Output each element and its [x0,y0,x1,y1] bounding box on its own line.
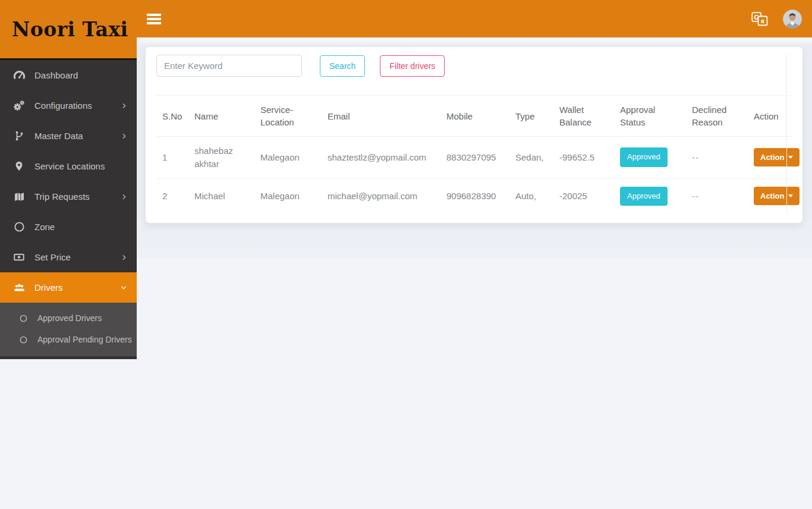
search-input[interactable] [156,55,302,77]
header-approval-status: Approval Status [614,96,686,137]
sidebar-item-drivers[interactable]: Drivers [0,272,137,303]
sidebar-item-trip-requests[interactable]: Trip Requests [0,181,137,212]
money-bill-icon [12,251,26,264]
chevron-down-icon [120,285,127,291]
circle-icon [20,314,29,323]
sidebar-item-label: Drivers [34,282,63,293]
header-name: Name [188,96,254,137]
sidebar-item-dashboard[interactable]: Dashboard [0,60,137,90]
action-dropdown-button[interactable]: Action [754,187,800,205]
header-mobile: Mobile [440,96,509,137]
table-row: 1 shahebaz akhtar Malegaon shaztestlz@yo… [156,137,792,179]
sidebar-item-set-price[interactable]: Set Price [0,242,137,272]
sidebar-item-label: Configurations [34,100,92,111]
cell-name: shahebaz akhtar [188,137,254,179]
submenu-item-approved-drivers[interactable]: Approved Drivers [0,307,137,329]
app-root: Noori Taxi Dashboard Configurations [0,0,812,509]
caret-down-icon [788,156,793,159]
dashboard-gauge-icon [12,69,26,82]
cell-service-location: Malegaon [254,178,322,213]
translate-icon[interactable]: G a [751,12,768,26]
cell-wallet-balance: -99652.5 [553,137,614,179]
svg-text:a: a [761,17,764,24]
cell-email: michael@yopmail.com [322,178,440,213]
submenu-item-label: Approved Drivers [37,313,102,323]
status-badge: Approved [620,147,668,167]
sidebar-item-label: Zone [34,222,55,232]
cell-name: Michael [188,178,254,213]
drivers-table: S.No Name Service-Location Email Mobile … [156,95,792,213]
map-marker-icon [12,160,26,173]
submenu-item-approval-pending-drivers[interactable]: Approval Pending Drivers [0,329,137,350]
topbar-right: G a [751,10,802,29]
cell-sno: 2 [156,178,188,213]
caret-down-icon [788,194,793,197]
user-avatar[interactable] [783,10,802,29]
sidebar-item-label: Service Locations [34,161,105,171]
cell-declined-reason: -- [692,152,699,162]
cell-sno: 1 [156,137,188,179]
filter-drivers-button[interactable]: Filter drivers [380,55,445,77]
cell-type: Auto, [509,178,553,213]
code-branch-icon [12,130,26,143]
submenu-item-label: Approval Pending Drivers [37,335,132,344]
cell-wallet-balance: -20025 [553,178,614,213]
header-wallet-balance: Wallet Balance [553,96,614,137]
header-service-location: Service-Location [254,96,322,137]
search-button[interactable]: Search [320,55,365,77]
cell-declined-reason: -- [692,191,699,201]
sidebar-item-label: Dashboard [34,70,78,80]
drivers-submenu: Approved Drivers Approval Pending Driver… [0,303,137,356]
sidebar-item-zone[interactable]: Zone [0,212,137,242]
sidebar-item-label: Trip Requests [34,191,90,202]
header-type: Type [509,96,553,137]
map-icon [12,190,26,203]
sidebar-item-label: Master Data [34,131,83,141]
chevron-right-icon [121,133,127,140]
chevron-right-icon [121,193,127,200]
circle-icon [12,221,26,234]
table-row: 2 Michael Malegaon michael@yopmail.com 9… [156,178,792,213]
main-content: Search Filter drivers S.No Name Service-… [137,37,812,259]
cell-email: shaztestlz@yopmail.com [322,137,440,179]
brand-logo[interactable]: Noori Taxi [0,0,137,60]
cell-mobile: 9096828390 [440,178,509,213]
search-toolbar: Search Filter drivers [156,55,792,77]
cell-service-location: Malegaon [254,137,322,179]
header-sno: S.No [156,96,188,137]
header-action: Action [748,96,792,137]
circle-icon [20,335,29,344]
sidebar: Noori Taxi Dashboard Configurations [0,0,137,359]
sidebar-item-master-data[interactable]: Master Data [0,121,137,151]
chevron-right-icon [121,254,127,261]
status-badge: Approved [620,187,668,206]
cogs-icon [12,99,26,112]
cell-mobile: 8830297095 [440,137,509,179]
topbar: G a [137,0,812,37]
header-email: Email [322,96,440,137]
brand-logo-text: Noori Taxi [12,18,128,41]
sidebar-item-label: Set Price [34,252,71,262]
chevron-right-icon [121,102,127,109]
header-declined-reason: Declined Reason [686,96,748,137]
sidebar-item-configurations[interactable]: Configurations [0,90,137,121]
sidebar-menu: Dashboard Configurations Maste [0,60,137,356]
table-header-row: S.No Name Service-Location Email Mobile … [156,96,792,137]
table-scroll-divider [786,54,787,214]
action-dropdown-button[interactable]: Action [754,148,800,166]
hamburger-menu-button[interactable] [147,12,162,26]
cell-type: Sedan, [509,137,553,179]
users-icon [12,281,26,294]
drivers-card: Search Filter drivers S.No Name Service-… [146,47,802,223]
sidebar-item-service-locations[interactable]: Service Locations [0,151,137,181]
